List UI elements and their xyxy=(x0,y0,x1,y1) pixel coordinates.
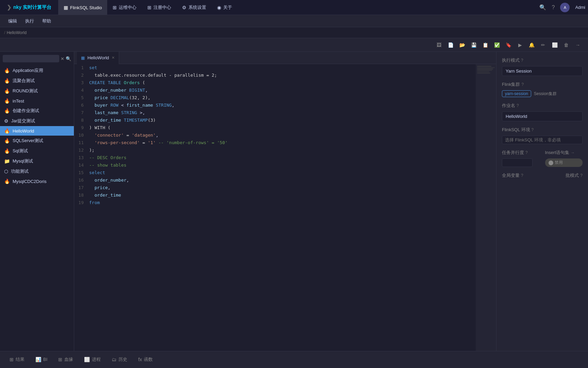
insert-help-icon[interactable]: → xyxy=(571,150,575,155)
help-icon[interactable]: ? xyxy=(552,4,555,11)
flink-cluster-help-icon[interactable]: ? xyxy=(521,82,524,87)
toolbar-run-btn[interactable]: ▶ xyxy=(515,40,525,50)
breadcrumb-sep: / xyxy=(4,30,5,35)
menu-btn-帮助[interactable]: 帮助 xyxy=(38,17,55,26)
sidebar-item-app[interactable]: 🔥Application应用 xyxy=(0,65,74,76)
main-content: ✕ 🔍 🔥Application应用🔥流聚合测试🔥ROUND测试🔥inTest🔥… xyxy=(0,52,588,351)
bottom-labels-section: 全局变量 ? 批模式 ? xyxy=(502,172,583,179)
item-label-round: ROUND测试 xyxy=(13,88,70,94)
tab-close-btn[interactable]: ✕ xyxy=(112,56,115,60)
nav-icon-about: ◉ xyxy=(217,5,221,10)
sidebar-item-sqlserver[interactable]: 🔥SQLServer测试 xyxy=(0,136,74,146)
tab-label-table: 结果 xyxy=(16,356,24,363)
line-num-10: 10 xyxy=(74,132,88,139)
nav-label-about: 关于 xyxy=(223,4,232,11)
toolbar-copy-btn[interactable]: 📋 xyxy=(480,40,490,50)
toggle-dot xyxy=(549,160,553,165)
nav-icon-settings: ⚙ xyxy=(182,5,186,10)
flinksql-env-help-icon[interactable]: ? xyxy=(532,127,534,132)
bottom-tabs: ⊞结果📊BI⊞血缘⬜进程🗂历史fx函数 xyxy=(0,351,588,368)
nav-label-ops: 运维中心 xyxy=(119,4,136,11)
clear-search-btn[interactable]: ✕ xyxy=(61,55,64,63)
parallelism-help-icon[interactable]: ? xyxy=(525,150,528,155)
line-num-11: 11 xyxy=(74,139,88,147)
editor-tab-helloworld[interactable]: ▦ HelloWorld ✕ xyxy=(77,52,119,64)
sidebar-item-helloworld[interactable]: 🔥HelloWorld xyxy=(0,126,74,136)
line-content-7: last_name STRING >, xyxy=(88,109,476,117)
toolbar-square-btn[interactable]: ⬜ xyxy=(550,40,559,50)
job-name-help-icon[interactable]: ? xyxy=(517,103,519,108)
batch-mode-help-icon[interactable]: ? xyxy=(580,173,583,178)
breadcrumb: / HelloWorld xyxy=(0,27,588,38)
line-num-17: 17 xyxy=(74,184,88,191)
sidebar-item-mysqlcdc[interactable]: 🔥MysqlCDC2Doris xyxy=(0,177,74,186)
sidebar-item-feature[interactable]: ⬡功能测试 xyxy=(0,166,74,177)
toolbar-save-btn[interactable]: 💾 xyxy=(469,40,478,50)
nav-item-register[interactable]: ⊞注册中心 xyxy=(142,0,177,15)
toolbar-folder-btn[interactable]: 📂 xyxy=(457,40,467,50)
insert-toggle[interactable]: 禁用 xyxy=(545,158,583,167)
flinksql-env-input[interactable] xyxy=(502,136,583,144)
bottom-tab-func[interactable]: fx函数 xyxy=(133,351,158,368)
toolbar-edit-btn[interactable]: ✏ xyxy=(538,40,548,50)
search-icon[interactable]: 🔍 xyxy=(539,4,546,11)
breadcrumb-helloworld: HelloWorld xyxy=(7,30,27,35)
bottom-tab-bi[interactable]: 📊BI xyxy=(30,351,53,368)
item-icon-helloworld: 🔥 xyxy=(4,128,10,134)
search-input[interactable] xyxy=(3,55,59,62)
sidebar-item-round[interactable]: 🔥ROUND测试 xyxy=(0,86,74,96)
bottom-tab-history[interactable]: 🗂历史 xyxy=(106,351,133,368)
global-var-help-icon[interactable]: ? xyxy=(521,173,523,178)
code-line-11: 11 'rows-per-second' = '1' -- 'number-of… xyxy=(74,139,476,147)
toolbar-bookmark-btn[interactable]: 🔖 xyxy=(504,40,513,50)
flink-cluster-tag[interactable]: yarn-session xyxy=(502,90,531,97)
sidebar-item-mysql[interactable]: 📁Mysql测试 xyxy=(0,156,74,166)
toolbar-file-btn[interactable]: 📄 xyxy=(446,40,455,50)
line-num-19: 19 xyxy=(74,199,88,206)
line-content-6: buyer ROW < first_name STRING, xyxy=(88,102,476,109)
code-minimap xyxy=(476,64,496,351)
tab-label-bi: BI xyxy=(43,357,47,362)
sidebar-item-intest[interactable]: 🔥inTest xyxy=(0,96,74,106)
nav-item-settings[interactable]: ⚙系统设置 xyxy=(177,0,212,15)
code-line-6: 6 buyer ROW < first_name STRING, xyxy=(74,102,476,109)
item-label-intest: inTest xyxy=(13,98,70,104)
item-icon-app: 🔥 xyxy=(4,68,10,73)
item-icon-feature: ⬡ xyxy=(4,169,8,174)
code-editor[interactable]: 1set2 table.exec.resource.default - para… xyxy=(74,64,476,351)
nav-item-about[interactable]: ◉关于 xyxy=(212,0,238,15)
sidebar-item-stream[interactable]: 🔥流聚合测试 xyxy=(0,76,74,86)
line-num-2: 2 xyxy=(74,72,88,79)
sidebar-item-sql[interactable]: 🔥Sql测试 xyxy=(0,146,74,156)
search-btn[interactable]: 🔍 xyxy=(66,55,71,63)
toolbar-check-btn[interactable]: ✅ xyxy=(492,40,502,50)
right-panel: 执行模式 ? Yarn Session Flink集群 ? yarn-sessi… xyxy=(496,52,588,351)
code-line-2: 2 table.exec.resource.default - parallel… xyxy=(74,72,476,79)
parallelism-input[interactable]: 1 xyxy=(502,158,533,167)
bottom-tab-table[interactable]: ⊞结果 xyxy=(4,351,30,368)
toolbar-bell-btn[interactable]: 🔔 xyxy=(527,40,536,50)
nav-item-flinksql[interactable]: ▦FlinkSQL Studio xyxy=(58,0,107,15)
exec-mode-help-icon[interactable]: ? xyxy=(521,58,523,63)
line-content-5: price DECIMAL(32, 2), xyxy=(88,94,476,102)
toolbar-image-btn[interactable]: 🖼 xyxy=(434,40,444,50)
nav-item-ops[interactable]: ⊞运维中心 xyxy=(107,0,142,15)
line-num-16: 16 xyxy=(74,177,88,184)
nav-icon-ops: ⊞ xyxy=(113,5,117,10)
sidebar-item-jar[interactable]: ⚙Jar提交测试 xyxy=(0,116,74,126)
item-label-mysqlcdc: MysqlCDC2Doris xyxy=(13,179,70,184)
menu-btn-编辑[interactable]: 编辑 xyxy=(4,17,21,26)
item-icon-intest: 🔥 xyxy=(4,98,10,104)
avatar: A xyxy=(560,3,570,12)
toggle-label: 禁用 xyxy=(555,160,563,166)
sidebar-item-create[interactable]: 🔥创建作业测试 xyxy=(0,106,74,116)
toolbar-arrow-btn[interactable]: → xyxy=(573,40,583,50)
code-line-8: 8 order_time TIMESTAMP(3) xyxy=(74,117,476,124)
flink-cluster-label: Flink集群 ? xyxy=(502,81,583,88)
toolbar-delete-btn[interactable]: 🗑 xyxy=(561,40,571,50)
bottom-tab-lineage[interactable]: ⊞血缘 xyxy=(53,351,79,368)
menu-btn-执行[interactable]: 执行 xyxy=(21,17,38,26)
code-line-4: 4 order_number BIGINT, xyxy=(74,87,476,94)
bottom-tab-progress[interactable]: ⬜进程 xyxy=(79,351,106,368)
menu-bar: 编辑执行帮助 xyxy=(0,15,588,27)
